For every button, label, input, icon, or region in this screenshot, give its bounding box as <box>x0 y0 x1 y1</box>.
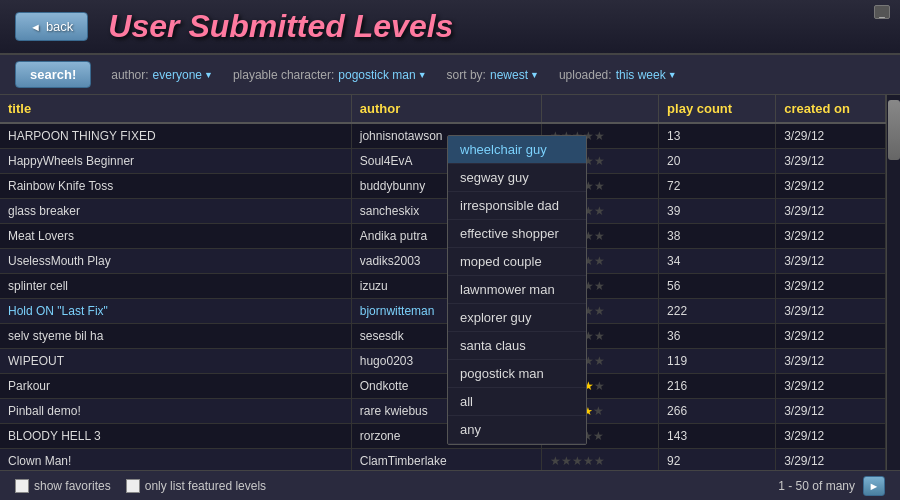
dropdown-item[interactable]: lawnmower man <box>448 276 586 304</box>
row-date: 3/29/12 <box>776 299 886 324</box>
dropdown-item[interactable]: irresponsible dad <box>448 192 586 220</box>
row-date: 3/29/12 <box>776 449 886 471</box>
back-button[interactable]: back <box>15 12 88 41</box>
row-author: ClamTimberlake <box>351 449 541 471</box>
row-date: 3/29/12 <box>776 274 886 299</box>
dropdown-item[interactable]: any <box>448 416 586 444</box>
row-playcount: 38 <box>659 224 776 249</box>
table-row: UselessMouth Playvadiks2003★★★★★343/29/1… <box>0 249 886 274</box>
row-title[interactable]: BLOODY HELL 3 <box>0 424 351 449</box>
row-title[interactable]: splinter cell <box>0 274 351 299</box>
dropdown-item[interactable]: explorer guy <box>448 304 586 332</box>
header-bar: back User Submitted Levels _ <box>0 0 900 55</box>
row-date: 3/29/12 <box>776 374 886 399</box>
author-filter: author: everyone <box>111 68 213 82</box>
sort-filter: sort by: newest <box>447 68 539 82</box>
row-title[interactable]: UselessMouth Play <box>0 249 351 274</box>
col-header-date: created on <box>776 95 886 123</box>
table-row: glass breakersancheskix★★★★★393/29/12 <box>0 199 886 224</box>
sort-filter-label: sort by: <box>447 68 486 82</box>
main-content: title author play count created on HARPO… <box>0 95 900 470</box>
table-row: selv styeme bil hasesesdk★★★★★363/29/12 <box>0 324 886 349</box>
table-row: HappyWheels BeginnerSoul4EvA★★★★★203/29/… <box>0 149 886 174</box>
dropdown-item[interactable]: all <box>448 388 586 416</box>
featured-label: only list featured levels <box>145 479 266 493</box>
row-title[interactable]: Clown Man! <box>0 449 351 471</box>
row-playcount: 39 <box>659 199 776 224</box>
footer-left: show favorites only list featured levels <box>15 479 266 493</box>
author-filter-value[interactable]: everyone <box>153 68 213 82</box>
table-header-row: title author play count created on <box>0 95 886 123</box>
row-title[interactable]: Meat Lovers <box>0 224 351 249</box>
table-row: splinter cellizuzu★★★★★563/29/12 <box>0 274 886 299</box>
dropdown-item[interactable]: moped couple <box>448 248 586 276</box>
row-rating: ★★★★★ <box>542 449 659 471</box>
scrollbar-track[interactable] <box>886 95 900 470</box>
back-label: back <box>46 19 73 34</box>
row-date: 3/29/12 <box>776 123 886 149</box>
uploaded-filter-label: uploaded: <box>559 68 612 82</box>
dropdown-item[interactable]: wheelchair guy <box>448 136 586 164</box>
row-playcount: 266 <box>659 399 776 424</box>
featured-checkbox[interactable] <box>126 479 140 493</box>
row-title[interactable]: Pinball demo! <box>0 399 351 424</box>
favorites-label: show favorites <box>34 479 111 493</box>
scrollbar-thumb[interactable] <box>888 100 900 160</box>
page-title: User Submitted Levels <box>108 8 453 45</box>
uploaded-filter-value[interactable]: this week <box>616 68 677 82</box>
table-row: Rainbow Knife Tossbuddybunny★★★★★723/29/… <box>0 174 886 199</box>
row-date: 3/29/12 <box>776 224 886 249</box>
table-row: BLOODY HELL 3rorzone★★★★★1433/29/12 <box>0 424 886 449</box>
row-playcount: 119 <box>659 349 776 374</box>
row-title[interactable]: Parkour <box>0 374 351 399</box>
row-title[interactable]: glass breaker <box>0 199 351 224</box>
favorites-checkbox-item[interactable]: show favorites <box>15 479 111 493</box>
row-playcount: 20 <box>659 149 776 174</box>
dropdown-item[interactable]: effective shopper <box>448 220 586 248</box>
row-playcount: 72 <box>659 174 776 199</box>
favorites-checkbox[interactable] <box>15 479 29 493</box>
row-playcount: 222 <box>659 299 776 324</box>
row-title[interactable]: HARPOON THINGY FIXED <box>0 123 351 149</box>
minimize-button[interactable]: _ <box>874 5 890 19</box>
table-row: Clown Man!ClamTimberlake★★★★★923/29/12 <box>0 449 886 471</box>
row-date: 3/29/12 <box>776 324 886 349</box>
character-filter-value[interactable]: pogostick man <box>338 68 426 82</box>
row-title[interactable]: Rainbow Knife Toss <box>0 174 351 199</box>
row-title[interactable]: WIPEOUT <box>0 349 351 374</box>
toolbar: search! author: everyone playable charac… <box>0 55 900 95</box>
row-playcount: 13 <box>659 123 776 149</box>
dropdown-item[interactable]: pogostick man <box>448 360 586 388</box>
pagination-text: 1 - 50 of many <box>778 479 855 493</box>
row-date: 3/29/12 <box>776 149 886 174</box>
col-header-title: title <box>0 95 351 123</box>
footer-right: 1 - 50 of many ► <box>778 476 885 496</box>
row-title[interactable]: HappyWheels Beginner <box>0 149 351 174</box>
row-playcount: 56 <box>659 274 776 299</box>
title-link[interactable]: Hold ON "Last Fix" <box>8 304 108 318</box>
author-link[interactable]: bjornwitteman <box>360 304 435 318</box>
row-date: 3/29/12 <box>776 199 886 224</box>
table-row: WIPEOUThugo0203★★★★★1193/29/12 <box>0 349 886 374</box>
row-playcount: 34 <box>659 249 776 274</box>
col-header-rating <box>542 95 659 123</box>
sort-filter-value[interactable]: newest <box>490 68 539 82</box>
author-filter-label: author: <box>111 68 148 82</box>
character-filter-label: playable character: <box>233 68 334 82</box>
featured-checkbox-item[interactable]: only list featured levels <box>126 479 266 493</box>
dropdown-item[interactable]: segway guy <box>448 164 586 192</box>
dropdown-item[interactable]: santa claus <box>448 332 586 360</box>
table-row: Hold ON "Last Fix"bjornwitteman★★★★★2223… <box>0 299 886 324</box>
character-dropdown[interactable]: wheelchair guysegway guyirresponsible da… <box>447 135 587 445</box>
row-playcount: 216 <box>659 374 776 399</box>
row-title[interactable]: Hold ON "Last Fix" <box>0 299 351 324</box>
table-row: Meat LoversAndika putra★★★★★383/29/12 <box>0 224 886 249</box>
row-date: 3/29/12 <box>776 249 886 274</box>
row-title[interactable]: selv styeme bil ha <box>0 324 351 349</box>
uploaded-filter: uploaded: this week <box>559 68 677 82</box>
next-page-button[interactable]: ► <box>863 476 885 496</box>
search-button[interactable]: search! <box>15 61 91 88</box>
row-date: 3/29/12 <box>776 424 886 449</box>
col-header-playcount: play count <box>659 95 776 123</box>
row-playcount: 143 <box>659 424 776 449</box>
